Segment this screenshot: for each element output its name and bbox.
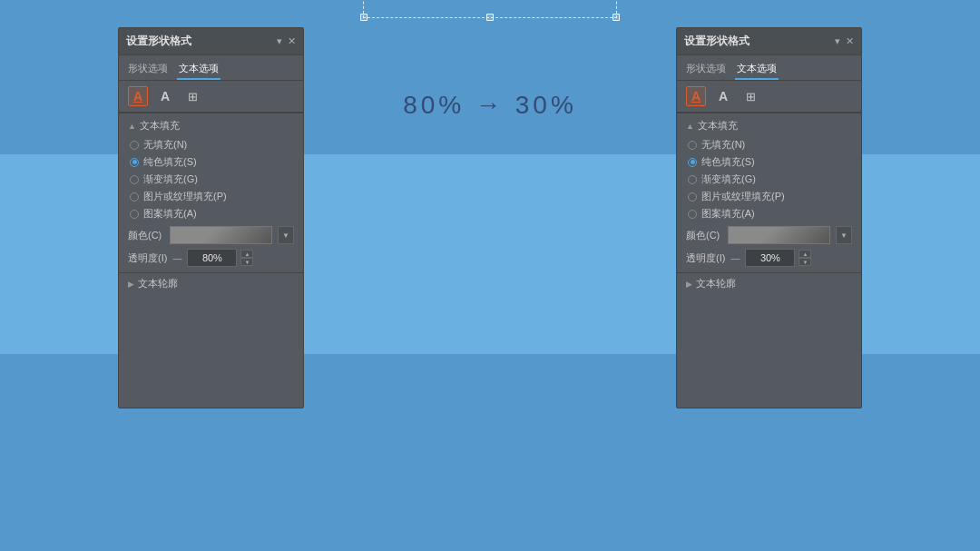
left-outline-arrow: ▶ — [128, 280, 134, 289]
right-color-row: 颜色(C) ▼ — [686, 226, 852, 244]
right-layout-icon[interactable]: ⊞ — [740, 86, 760, 106]
left-radio-gradient-fill[interactable]: 渐变填充(G) — [130, 172, 294, 186]
left-outline-section: ▶ 文本轮廓 — [119, 273, 303, 294]
right-panel-close-icon[interactable]: ✕ — [846, 35, 854, 47]
right-radio-no-fill[interactable]: 无填充(N) — [688, 138, 852, 152]
right-icons-row: A A ⊞ — [677, 81, 861, 113]
left-spinner-up[interactable]: ▲ — [240, 250, 253, 258]
left-color-row: 颜色(C) ▼ — [128, 226, 294, 244]
right-panel: 设置形状格式 ▾ ✕ 形状选项 文本选项 A A ⊞ ▲ 文本填充 — [676, 27, 862, 408]
left-tab-shape[interactable]: 形状选项 — [126, 59, 170, 80]
right-radio-picture-fill-circle — [688, 192, 697, 202]
right-tab-shape[interactable]: 形状选项 — [684, 59, 728, 80]
right-tab-text[interactable]: 文本选项 — [735, 59, 779, 80]
left-outline-label: 文本轮廓 — [138, 277, 178, 290]
left-opacity-label: 透明度(I) — [128, 251, 167, 265]
main-layout: 设置形状格式 ▾ ✕ 形状选项 文本选项 A A ⊞ ▲ 文本填充 — [0, 0, 980, 551]
left-opacity-row: 透明度(I) — ▲ ▼ — [128, 249, 294, 267]
right-radio-solid-fill[interactable]: 纯色填充(S) — [688, 155, 852, 169]
left-radio-pattern-fill-circle — [130, 210, 139, 219]
right-color-dropdown[interactable]: ▼ — [836, 226, 852, 244]
right-panel-title: 设置形状格式 — [684, 34, 750, 49]
left-radio-picture-fill-circle — [130, 192, 139, 202]
left-radio-no-fill[interactable]: 无填充(N) — [130, 138, 294, 152]
right-color-label: 颜色(C) — [686, 229, 722, 242]
right-radio-gradient-fill[interactable]: 渐变填充(G) — [688, 172, 852, 186]
canvas-text: 加油干！ — [410, 0, 570, 7]
arrow-label: 80% → 30% — [403, 91, 577, 120]
left-spinner-down[interactable]: ▼ — [240, 258, 253, 266]
selection-box: 加油干！ — [363, 0, 617, 18]
left-outline-header[interactable]: ▶ 文本轮廓 — [128, 277, 294, 290]
right-fill-label: 文本填充 — [698, 119, 738, 133]
right-panel-tabs: 形状选项 文本选项 — [677, 55, 861, 81]
left-color-label: 颜色(C) — [128, 229, 164, 242]
handle-br[interactable] — [612, 14, 620, 21]
left-radio-solid-fill-circle — [130, 158, 139, 167]
left-panel-titlebar-icons: ▾ ✕ — [277, 35, 296, 47]
right-fill-a-icon[interactable]: A — [686, 86, 706, 106]
left-layout-icon[interactable]: ⊞ — [182, 86, 202, 106]
right-radio-solid-fill-circle — [688, 158, 697, 167]
right-radio-pattern-fill[interactable]: 图案填充(A) — [688, 207, 852, 221]
left-radio-picture-fill[interactable]: 图片或纹理填充(P) — [130, 190, 294, 203]
left-text-a-icon[interactable]: A — [155, 86, 175, 106]
left-tab-text[interactable]: 文本选项 — [177, 59, 220, 80]
right-radio-gradient-fill-circle — [688, 175, 697, 184]
left-color-swatch[interactable] — [170, 226, 272, 244]
left-opacity-input[interactable] — [187, 249, 237, 267]
left-panel-minimize-icon[interactable]: ▾ — [277, 35, 282, 47]
text-box-container[interactable]: ↻ ↗ 加油干！ — [363, 0, 617, 18]
right-outline-label: 文本轮廓 — [696, 277, 736, 290]
right-radio-pattern-fill-circle — [688, 210, 697, 219]
left-radio-pattern-fill[interactable]: 图案填充(A) — [130, 207, 294, 221]
right-panel-minimize-icon[interactable]: ▾ — [835, 35, 840, 47]
right-section-header[interactable]: ▲ 文本填充 — [686, 119, 852, 133]
right-spinner-up[interactable]: ▲ — [799, 250, 811, 258]
right-section-arrow: ▲ — [686, 122, 694, 131]
left-panel: 设置形状格式 ▾ ✕ 形状选项 文本选项 A A ⊞ ▲ 文本填充 — [118, 27, 304, 408]
right-radio-no-fill-circle — [688, 141, 697, 150]
left-radio-group: 无填充(N) 纯色填充(S) 渐变填充(G) 图片或纹理填充(P) 图案填充(A… — [128, 138, 294, 221]
right-outline-header[interactable]: ▶ 文本轮廓 — [686, 277, 852, 290]
left-fill-a-icon[interactable]: A — [128, 86, 148, 106]
right-text-a-icon[interactable]: A — [713, 86, 733, 106]
right-spinner-down[interactable]: ▼ — [799, 258, 811, 266]
right-opacity-label: 透明度(I) — [686, 251, 725, 265]
left-color-dropdown[interactable]: ▼ — [278, 226, 294, 244]
right-radio-picture-fill[interactable]: 图片或纹理填充(P) — [688, 190, 852, 203]
left-fill-label: 文本填充 — [140, 119, 180, 133]
left-section-arrow: ▲ — [128, 122, 136, 131]
right-radio-group: 无填充(N) 纯色填充(S) 渐变填充(G) 图片或纹理填充(P) 图案填充(A… — [686, 138, 852, 221]
left-radio-gradient-fill-circle — [130, 175, 139, 184]
left-panel-tabs: 形状选项 文本选项 — [119, 55, 303, 81]
left-panel-titlebar: 设置形状格式 ▾ ✕ — [119, 28, 303, 55]
left-opacity-arrow: — — [172, 253, 181, 263]
left-fill-section: ▲ 文本填充 无填充(N) 纯色填充(S) 渐变填充(G) — [119, 113, 303, 272]
right-opacity-arrow: — — [730, 253, 740, 263]
canvas-area: ↻ ↗ 加油干！ 80% → 30% — [304, 0, 676, 120]
left-radio-no-fill-circle — [130, 141, 139, 150]
left-radio-solid-fill[interactable]: 纯色填充(S) — [130, 155, 294, 169]
left-opacity-spinner: ▲ ▼ — [240, 250, 253, 266]
right-color-swatch[interactable] — [728, 226, 830, 244]
left-icons-row: A A ⊞ — [119, 81, 303, 113]
right-panel-titlebar-icons: ▾ ✕ — [835, 35, 854, 47]
right-opacity-input[interactable] — [745, 249, 795, 267]
left-section-header[interactable]: ▲ 文本填充 — [128, 119, 294, 133]
left-panel-close-icon[interactable]: ✕ — [288, 35, 296, 47]
right-outline-arrow: ▶ — [686, 280, 692, 289]
handle-bc[interactable] — [486, 14, 494, 21]
handle-bl[interactable] — [360, 14, 368, 21]
right-panel-titlebar: 设置形状格式 ▾ ✕ — [677, 28, 861, 55]
left-panel-title: 设置形状格式 — [126, 34, 191, 49]
right-opacity-spinner: ▲ ▼ — [799, 250, 811, 266]
right-outline-section: ▶ 文本轮廓 — [677, 273, 861, 294]
right-fill-section: ▲ 文本填充 无填充(N) 纯色填充(S) 渐变填充(G) — [677, 113, 861, 272]
right-opacity-row: 透明度(I) — ▲ ▼ — [686, 249, 852, 267]
